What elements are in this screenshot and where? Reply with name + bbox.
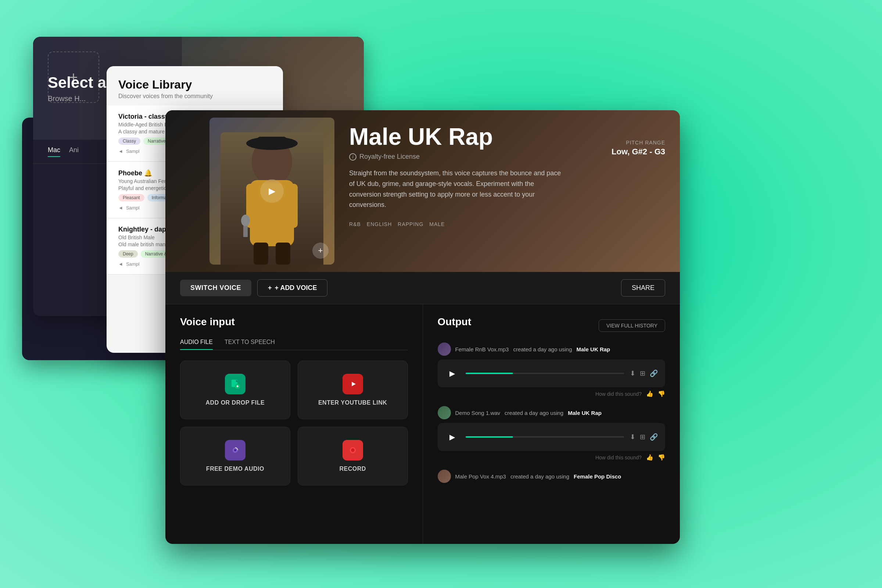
waveform-1	[466, 373, 624, 374]
hero-content: Male UK Rap i Royalty-free License Strai…	[349, 125, 665, 227]
sample-label-phoebe: Sampl	[126, 205, 140, 211]
share-button[interactable]: SHARE	[621, 279, 665, 297]
sample-label-victoria: Sampl	[126, 148, 140, 154]
svg-rect-4	[254, 243, 268, 265]
waveform-2	[466, 436, 624, 438]
thumbs-up-2[interactable]: 👍	[646, 454, 653, 461]
link-button-1[interactable]: 🔗	[650, 369, 658, 377]
output-filename-3: Male Pop Vox 4.mp3	[455, 473, 506, 480]
output-title: Output	[438, 316, 471, 328]
output-item-1: Female RnB Vox.mp3 created a day ago usi…	[438, 342, 666, 397]
play-button-2[interactable]: ▶	[445, 430, 460, 444]
output-meta-1: Female RnB Vox.mp3 created a day ago usi…	[438, 342, 666, 356]
main-panel: ▶ + Male UK Rap i Royalty-free License S…	[165, 110, 680, 544]
download-button-2[interactable]: ⬇	[630, 433, 635, 441]
add-file-icon	[225, 374, 246, 394]
pitch-value: Low, G#2 - G3	[612, 147, 665, 156]
main-content: Voice input AUDIO FILE TEXT TO SPEECH	[165, 304, 680, 544]
output-section: Output VIEW FULL HISTORY Female RnB Vox.…	[423, 304, 680, 544]
hero-pitch-section: PITCH RANGE Low, G#2 - G3	[612, 140, 665, 156]
tag-classy: Classy	[118, 138, 140, 145]
switch-voice-button[interactable]: SWITCH VOICE	[180, 280, 251, 296]
sample-label-knightley: Sampl	[126, 261, 140, 267]
tag-pleasant: Pleasant	[118, 194, 144, 201]
free-demo-card[interactable]: FREE DEMO AUDIO	[180, 427, 290, 486]
record-card[interactable]: RECORD	[298, 427, 408, 486]
copy-button-2[interactable]: ⊞	[640, 433, 645, 441]
demo-audio-label: FREE DEMO AUDIO	[206, 466, 264, 472]
output-voice-3: Female Pop Disco	[574, 473, 621, 480]
tag-deep: Deep	[118, 250, 138, 258]
output-item-3: Male Pop Vox 4.mp3 created a day ago usi…	[438, 470, 666, 483]
tab-text-to-speech[interactable]: TEXT TO SPEECH	[225, 335, 275, 350]
play-icon-phoebe: ◄	[118, 205, 123, 211]
svg-rect-13	[237, 385, 238, 387]
thumbs-up-1[interactable]: 👍	[646, 390, 653, 397]
add-drop-file-card[interactable]: ADD OR DROP FILE	[180, 360, 290, 419]
library-title: Voice Library	[118, 78, 271, 92]
thumbs-down-2[interactable]: 👎	[658, 454, 665, 461]
record-label: RECORD	[339, 466, 366, 472]
add-voice-button[interactable]: + + ADD VOICE	[257, 279, 327, 297]
svg-rect-9	[257, 137, 286, 147]
svg-rect-5	[276, 243, 290, 265]
license-text: Royalty-free License	[359, 153, 420, 160]
audio-player-1: ▶ ⬇ ⊞ 🔗	[438, 359, 666, 387]
tab-ani[interactable]: Ani	[69, 146, 79, 157]
tab-audio-file[interactable]: AUDIO FILE	[180, 335, 213, 350]
hero-play-button[interactable]: ▶	[260, 179, 284, 203]
feedback-row-1: How did this sound? 👍 👎	[438, 390, 666, 397]
voice-input-section: Voice input AUDIO FILE TEXT TO SPEECH	[165, 304, 423, 544]
feedback-row-2: How did this sound? 👍 👎	[438, 454, 666, 461]
add-voice-label: + ADD VOICE	[275, 284, 317, 292]
thumbs-down-1[interactable]: 👎	[658, 390, 665, 397]
input-tabs: AUDIO FILE TEXT TO SPEECH	[180, 335, 408, 350]
play-icon-knightley: ◄	[118, 261, 123, 267]
output-time-3: created a day ago using	[510, 473, 569, 480]
youtube-icon	[342, 374, 363, 394]
output-meta-2: Demo Song 1.wav created a day ago using …	[438, 406, 666, 419]
tag-rnb: R&B	[349, 221, 361, 227]
youtube-link-card[interactable]: ENTER YOUTUBE LINK	[298, 360, 408, 419]
output-time-1: created a day ago using	[513, 346, 572, 352]
svg-rect-7	[243, 226, 248, 237]
download-button-1[interactable]: ⬇	[630, 369, 635, 377]
tag-male: MALE	[429, 221, 445, 227]
record-icon	[342, 440, 363, 460]
hero-tags: R&B ENGLISH RAPPING MALE	[349, 221, 665, 227]
svg-point-6	[241, 214, 250, 226]
voice-input-title: Voice input	[180, 316, 408, 328]
play-button-1[interactable]: ▶	[445, 366, 460, 381]
hero-section: ▶ + Male UK Rap i Royalty-free License S…	[165, 110, 680, 272]
output-avatar-2	[438, 406, 451, 419]
add-voice-plus-icon: +	[268, 284, 272, 292]
copy-button-1[interactable]: ⊞	[640, 369, 645, 377]
library-subtitle: Discover voices from the community	[118, 93, 271, 100]
output-header: Output VIEW FULL HISTORY	[438, 316, 666, 335]
artist-image: ▶ +	[210, 118, 334, 265]
output-avatar-3	[438, 470, 451, 483]
view-history-button[interactable]: VIEW FULL HISTORY	[598, 320, 665, 332]
output-avatar-1	[438, 342, 451, 356]
demo-audio-icon	[225, 440, 246, 460]
license-icon: i	[349, 153, 357, 160]
pitch-label: PITCH RANGE	[612, 140, 665, 146]
output-meta-3: Male Pop Vox 4.mp3 created a day ago usi…	[438, 470, 666, 483]
input-cards-grid: ADD OR DROP FILE ENTER YOUTUBE LINK	[180, 360, 408, 486]
library-header: Voice Library Discover voices from the c…	[106, 66, 283, 105]
output-voice-2: Male UK Rap	[568, 410, 602, 416]
audio-actions-2: ⬇ ⊞ 🔗	[630, 433, 658, 441]
audio-actions-1: ⬇ ⊞ 🔗	[630, 369, 658, 377]
hero-add-button[interactable]: +	[312, 243, 328, 259]
tab-mac[interactable]: Mac	[48, 146, 60, 157]
action-bar: SWITCH VOICE + + ADD VOICE SHARE	[165, 272, 680, 304]
link-button-2[interactable]: 🔗	[650, 433, 658, 441]
svg-point-21	[351, 448, 355, 452]
svg-rect-3	[283, 184, 298, 228]
audio-player-2: ▶ ⬇ ⊞ 🔗	[438, 423, 666, 451]
output-filename-1: Female RnB Vox.mp3	[455, 346, 509, 352]
output-time-2: created a day ago using	[505, 410, 563, 416]
hero-description: Straight from the soundsystem, this voic…	[349, 168, 562, 210]
output-voice-1: Male UK Rap	[577, 346, 610, 352]
feedback-label-1: How did this sound?	[596, 391, 642, 397]
